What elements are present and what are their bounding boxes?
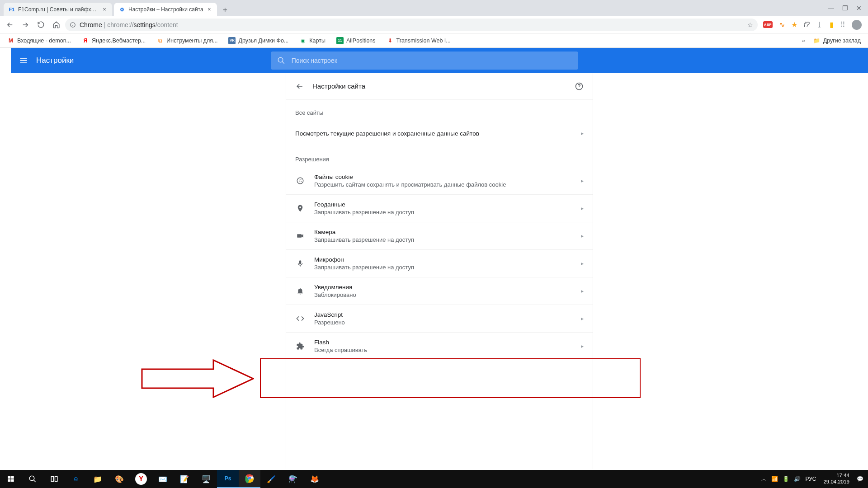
app-icon[interactable]: 🖌️ [260,470,282,488]
chevron-right-icon: ▸ [581,130,584,136]
mail-app-icon[interactable]: ✉️ [152,470,174,488]
photoshop-app-icon[interactable]: Ps [217,470,239,488]
row-javascript[interactable]: JavaScriptРазрешено ▸ [286,305,593,332]
tab-favicon: F1 [8,6,15,13]
row-view-permissions[interactable]: Посмотреть текущие разрешения и сохранен… [286,121,593,146]
svg-rect-18 [8,476,10,479]
bookmark-item[interactable]: 11AllPositions [334,35,378,46]
svg-rect-25 [55,477,57,482]
row-flash[interactable]: FlashВсегда спрашивать ▸ [286,332,593,360]
chevron-right-icon: ▸ [581,260,584,267]
site-info-icon[interactable] [70,22,76,28]
svg-rect-21 [11,479,14,482]
svg-point-10 [297,178,303,184]
start-button[interactable] [0,470,22,488]
settings-title: Настройки [36,56,74,65]
profile-avatar[interactable] [852,20,862,30]
bookmark-ext-icon[interactable]: ▮ [830,20,834,29]
browser-tab-active[interactable]: ⚙ Настройки – Настройки сайта × [114,3,217,16]
bookmark-item[interactable]: ◉Карты [297,35,328,46]
browser-tab[interactable]: F1 F1Comp.ru | Советы и лайфхаки × [4,3,112,16]
back-button[interactable] [4,19,16,31]
help-icon[interactable] [575,82,584,91]
app-icon[interactable]: ⚗️ [282,470,304,488]
svg-point-14 [301,181,302,182]
maximize-button[interactable]: ❐ [842,5,848,12]
bookmark-item[interactable]: VKДрузья Димки Фо... [226,35,291,46]
search-taskbar-icon[interactable] [22,470,43,488]
minimize-button[interactable]: — [828,5,834,12]
bookmark-item[interactable]: ⧉Инструменты для... [154,35,220,46]
svg-point-12 [301,179,302,180]
rss-icon[interactable]: ∿ [779,20,785,29]
row-notifications[interactable]: УведомленияЗаблокировано ▸ [286,277,593,305]
reload-button[interactable] [34,19,47,31]
notifications-tray-icon[interactable]: 💬 [857,476,863,482]
row-location[interactable]: ГеоданныеЗапрашивать разрешение на досту… [286,194,593,222]
svg-point-6 [278,57,283,62]
other-bookmarks[interactable]: 📁Другие заклад [811,35,863,46]
code-icon [295,314,305,323]
svg-line-7 [282,61,284,64]
svg-point-13 [299,181,300,182]
abp-icon[interactable]: ABP [763,21,773,28]
bookmark-item[interactable]: ⬇Transmission Web I... [384,35,453,46]
star-ext-icon[interactable]: ★ [791,20,797,29]
new-tab-button[interactable]: + [219,4,231,16]
chevron-right-icon: ▸ [581,315,584,322]
star-icon[interactable]: ☆ [747,21,753,28]
menu-icon[interactable] [18,55,29,66]
bookmarks-bar: MВходящие - demon... ЯЯндекс.Вебмастер..… [0,33,868,48]
chevron-right-icon: ▸ [581,233,584,239]
chevron-right-icon: ▸ [581,205,584,211]
clock[interactable]: 17:44 29.04.2019 [821,473,852,485]
row-microphone[interactable]: МикрофонЗапрашивать разрешение на доступ… [286,249,593,277]
language-indicator[interactable]: РУС [805,476,816,482]
battery-icon[interactable]: 🔋 [783,476,789,482]
explorer-app-icon[interactable]: 📁 [87,470,108,488]
svg-rect-20 [8,479,10,482]
settings-panel: Настройки сайта Все сайты Посмотреть тек… [286,73,593,469]
yandex-app-icon[interactable]: Y [135,473,147,485]
app-icon[interactable]: 🎨 [108,470,130,488]
settings-search-input[interactable] [292,57,572,64]
forward-button[interactable] [19,19,32,31]
system-tray: ︿ 📶 🔋 🔊 РУС 17:44 29.04.2019 💬 [757,473,868,485]
camera-icon [295,232,305,240]
address-bar[interactable]: Chrome | chrome://settings/content ☆ [65,19,758,31]
row-cookies[interactable]: Файлы cookieРазрешить сайтам сохранять и… [286,167,593,194]
f-question-icon[interactable]: f? [804,21,810,29]
firefox-app-icon[interactable]: 🦊 [304,470,326,488]
tray-chevron-icon[interactable]: ︿ [761,475,767,483]
task-view-icon[interactable] [43,470,65,488]
row-camera[interactable]: КамераЗапрашивать разрешение на доступ ▸ [286,222,593,249]
close-icon[interactable]: × [101,6,108,13]
back-arrow-icon[interactable] [295,82,304,91]
home-button[interactable] [50,19,62,31]
close-icon[interactable]: × [206,6,212,13]
chrome-app-icon[interactable] [239,470,260,488]
svg-line-23 [33,480,36,482]
bell-icon [295,287,305,295]
bookmark-item[interactable]: ЯЯндекс.Вебмастер... [79,35,148,46]
section-permissions: Разрешения [286,146,593,167]
mic-icon [295,259,305,267]
download-icon[interactable]: ⭳ [816,21,823,29]
settings-header: Настройки [11,48,868,73]
window-controls: — ❐ ✕ [821,0,868,16]
bookmark-item[interactable]: MВходящие - demon... [5,35,74,46]
bookmarks-overflow[interactable]: » [802,38,805,44]
close-window-button[interactable]: ✕ [856,5,862,12]
location-icon [295,204,305,212]
section-all-sites: Все сайты [286,99,593,121]
apps-icon[interactable]: ⠿ [840,20,845,29]
browser-tab-strip: F1 F1Comp.ru | Советы и лайфхаки × ⚙ Нас… [0,0,868,16]
edge-app-icon[interactable]: e [65,470,87,488]
notepad-app-icon[interactable]: 📝 [174,470,195,488]
settings-search[interactable] [271,52,578,70]
svg-rect-15 [297,234,302,238]
volume-icon[interactable]: 🔊 [794,476,801,482]
settings-app: Настройки Настройки сайта Все сайты Пос [11,48,868,469]
app-icon[interactable]: 🖥️ [195,470,217,488]
wifi-icon[interactable]: 📶 [771,476,778,482]
